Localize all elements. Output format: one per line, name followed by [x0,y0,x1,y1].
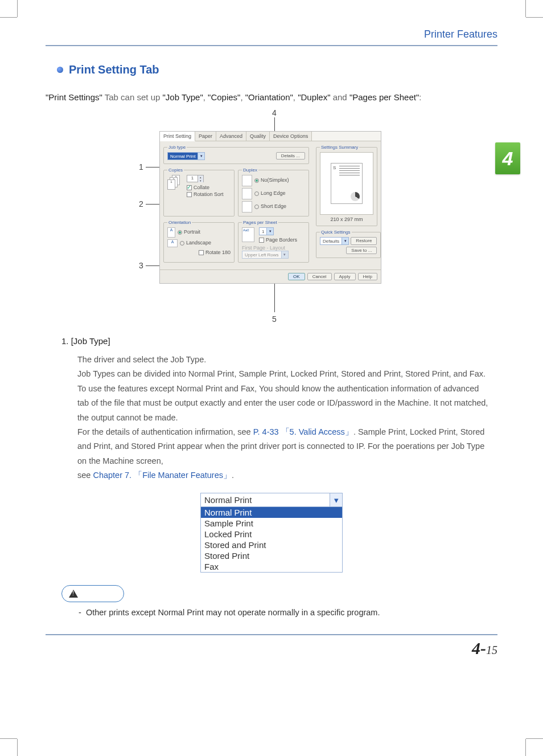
group-summary: Settings Summary 210 x 297 mm [316,145,377,226]
chevron-down-icon[interactable]: ▾ [330,493,342,506]
intro-kw-duplex: "Duplex" [298,92,330,102]
dropdown-item-stored-and-print[interactable]: Stored and Print [201,540,342,550]
callout-1: 1 [139,162,143,171]
legend-jobtype: Job type [167,145,187,150]
print-dialog: Print Setting Paper Advanced Quality Dev… [159,131,381,284]
tab-device-options[interactable]: Device Options [270,132,312,141]
duplex-none-radio[interactable] [254,178,259,183]
dropdown-item-stored[interactable]: Stored Print [201,550,342,561]
paper-dimension: 210 x 297 mm [320,216,373,222]
body-line: see [77,471,93,480]
group-orientation: Orientation APortrait ALandscape Rotate … [163,220,235,263]
intro-text: Tab can set up [102,92,163,102]
section-heading-text: Print Setting Tab [69,63,159,76]
landscape-label: Landscape [186,240,211,246]
tab-advanced[interactable]: Advanced [216,132,246,141]
duplex-long-radio[interactable] [254,191,259,196]
cancel-button[interactable]: Cancel [307,273,332,280]
quick-select[interactable]: Defaults▾ [320,237,349,245]
dropdown-item-normal[interactable]: Normal Print [201,507,342,518]
caution-badge [61,585,124,602]
intro-sep: , [240,92,245,102]
tab-paper[interactable]: Paper [195,132,216,141]
restore-button[interactable]: Restore [351,237,377,245]
callout-5: 5 [272,314,277,324]
duplex-none-label: No(Simplex) [261,177,289,183]
help-button[interactable]: Help [358,273,377,280]
legend-orientation: Orientation [167,220,192,225]
dropdown-selected[interactable]: Normal Print [201,493,330,506]
page-chapter: 4- [472,639,486,657]
portrait-icon: A [167,227,175,238]
header-rule [46,45,497,46]
details-button[interactable]: Details ... [276,152,305,160]
preview-pane [320,152,373,215]
intro-kw-copies: "Copies" [208,92,240,102]
duplex-long-label: Long Edge [261,190,286,196]
pie-icon [351,192,360,201]
tab-quality[interactable]: Quality [246,132,270,141]
jobtype-dropdown-demo: Normal Print ▾ Normal Print Sample Print… [200,493,343,573]
intro-tail: : [419,92,421,102]
dropdown-item-fax[interactable]: Fax [201,561,342,572]
jobtype-value: Normal Print [168,154,198,159]
chevron-down-icon: ▾ [281,251,288,258]
ok-button[interactable]: OK [288,273,305,280]
link-valid-access[interactable]: P. 4-33 「5. Valid Access」 [253,427,353,436]
group-duplex: Duplex No(Simplex) Long Edge Short Edge [238,167,309,216]
body-line: The driver and select the Job Type. [77,355,206,364]
rotation-sort-label: Rotation Sort [194,191,224,197]
dialog-tabs: Print Setting Paper Advanced Quality Dev… [160,132,381,141]
intro-kw-pps: "Pages per Sheet" [349,92,419,102]
dialog-buttons: OK Cancel Apply Help [160,269,381,283]
group-copies: Copies 3 2 1 1▴▾ Collate R [163,167,235,216]
landscape-radio[interactable] [180,241,184,246]
apply-button[interactable]: Apply [334,273,356,280]
body-line: Job Types can be divided into Normal Pri… [77,369,488,422]
rotate180-checkbox[interactable] [199,250,204,255]
legend-pps: Pages per Sheet [242,220,278,225]
rotate180-label: Rotate 180 [205,250,231,255]
layout-label: First Page - Layout [242,245,305,251]
dropdown-item-locked[interactable]: Locked Print [201,529,342,540]
running-header: Printer Features [46,28,497,40]
duplex-short-label: Short Edge [261,203,286,209]
tab-print-setting[interactable]: Print Setting [160,132,195,141]
pps-select[interactable]: 1▾ [259,227,274,235]
simplex-icon [242,175,252,186]
pps-value: 1 [260,229,266,234]
portrait-radio[interactable] [178,230,182,235]
intro-kw-printsettings: "Print Settings" [46,92,102,102]
body-paragraph: The driver and select the Job Type. Job … [77,353,492,483]
callout-3: 3 [139,261,143,270]
section-heading: Print Setting Tab [57,63,497,76]
caution-text: - Other prints except Normal Print may n… [79,608,497,617]
jobtype-select[interactable]: Normal Print ▾ [167,152,205,160]
figure-dialog: 1 2 3 4 5 Print Setting Paper Advanced Q… [46,108,497,325]
saveto-button[interactable]: Save to ... [346,247,377,254]
quick-value: Defaults [320,239,342,244]
duplex-short-radio[interactable] [254,205,259,209]
layout-select: Upper Left Rows▾ [242,251,289,259]
footer-rule [46,634,497,635]
dropdown-item-sample[interactable]: Sample Print [201,518,342,529]
group-pps: Pages per Sheet Aa≡ 1▾ Page Borders Firs… [238,220,309,263]
caution-body: Other prints except Normal Print may not… [86,608,380,617]
callout-4: 4 [272,108,277,117]
layout-value: Upper Left Rows [242,252,281,258]
chevron-down-icon: ▾ [266,228,273,235]
chevron-down-icon: ▾ [342,238,348,244]
intro-sep: , [203,92,208,102]
rotation-sort-checkbox[interactable] [187,192,192,197]
legend-copies: Copies [167,167,184,173]
page-borders-checkbox[interactable] [259,238,264,243]
portrait-label: Portrait [184,229,200,235]
chapter-side-tab: 4 [495,142,520,174]
pps-icon: Aa≡ [242,227,254,242]
short-edge-icon [242,201,252,213]
link-chapter-7[interactable]: Chapter 7. 「File Manater Features」 [93,471,232,480]
collate-checkbox[interactable] [187,185,192,190]
copies-spinner[interactable]: 1▴▾ [187,175,204,182]
intro-sep: , [293,92,298,102]
preview-sheet-icon [331,163,363,204]
